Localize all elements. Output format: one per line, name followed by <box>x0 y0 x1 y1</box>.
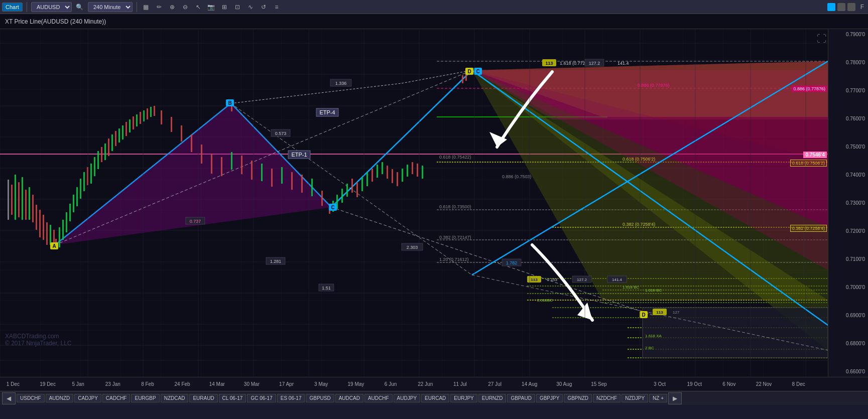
symbol-cl0617[interactable]: CL 06-17 <box>219 394 246 402</box>
zoom-in-icon[interactable]: ⊕ <box>167 2 177 12</box>
symbol-nzdcad[interactable]: NZDCAD <box>161 394 189 402</box>
symbol-cadjpy[interactable]: CADJPY <box>74 394 101 402</box>
symbol-audnzd[interactable]: AUDNZD <box>46 394 74 402</box>
svg-rect-127 <box>392 169 393 183</box>
svg-rect-62 <box>39 210 41 237</box>
svg-rect-71 <box>69 204 71 221</box>
chart-container[interactable]: A B C D C D ETP-4 ETP-1 1.336 0.573 0.73… <box>0 29 868 377</box>
symbol-nzdchf[interactable]: NZDCHF <box>593 394 621 402</box>
overlay-icon[interactable]: ⊞ <box>219 2 229 12</box>
svg-text:1.782: 1.782 <box>506 260 518 265</box>
maximize-btn[interactable] <box>837 3 845 11</box>
watermark: XABCDTrading.com © 2017 NinjaTrader, LLC <box>5 333 71 347</box>
refresh-icon[interactable]: ↺ <box>259 2 269 12</box>
time-5jan: 5 Jan <box>72 381 84 387</box>
scroll-left-btn[interactable]: ◀ <box>2 392 16 404</box>
symbol-cadchf[interactable]: CADCHF <box>102 394 131 402</box>
restore-btn[interactable] <box>847 3 855 11</box>
symbol-gbpaud[interactable]: GBPAUD <box>507 394 535 402</box>
time-8dec2: 8 Dec <box>792 381 805 387</box>
bar-chart-icon[interactable]: ▦ <box>141 2 151 12</box>
svg-rect-58 <box>25 190 27 220</box>
svg-rect-110 <box>291 172 293 190</box>
svg-rect-79 <box>97 151 99 169</box>
symbol-eurgbp[interactable]: EURGBP <box>131 394 159 402</box>
list-icon[interactable]: ≡ <box>272 2 282 12</box>
svg-rect-80 <box>101 147 102 162</box>
symbol-audchf[interactable]: AUDCHF <box>364 394 393 402</box>
fib-618-yellow-label: 0.618 (0.7506'2) <box>790 160 827 167</box>
svg-rect-56 <box>18 182 20 217</box>
symbol-audcad[interactable]: AUDCAD <box>335 394 363 402</box>
chart-tab[interactable]: Chart <box>2 3 23 12</box>
search-icon[interactable]: 🔍 <box>75 2 85 12</box>
svg-rect-65 <box>50 225 51 245</box>
symbol-eurcad[interactable]: EURCAD <box>421 394 449 402</box>
price-0780: 0.7800'0 <box>829 60 867 65</box>
svg-text:C: C <box>331 205 334 210</box>
symbol-audjpy[interactable]: AUDJPY <box>394 394 420 402</box>
time-15sep: 15 Sep <box>591 381 607 387</box>
svg-rect-129 <box>402 169 403 182</box>
symbol-icon[interactable]: ⊡ <box>232 2 242 12</box>
camera-icon[interactable]: 📷 <box>206 2 216 12</box>
svg-text:D: D <box>467 69 471 74</box>
wave-icon[interactable]: ∿ <box>245 2 256 12</box>
svg-rect-123 <box>371 169 373 182</box>
price-0760: 0.7600'0 <box>829 116 867 121</box>
fullscreen-icon[interactable]: ⛶ <box>817 33 827 45</box>
symbol-nzdjpy[interactable]: NZDJPY <box>622 394 648 402</box>
svg-text:A: A <box>52 243 56 249</box>
symbol-usdchf[interactable]: USDCHF <box>17 394 45 402</box>
svg-text:1.618 BC: 1.618 BC <box>623 285 640 290</box>
svg-rect-130 <box>407 165 408 177</box>
svg-rect-92 <box>143 110 145 121</box>
pencil-icon[interactable]: ✏ <box>154 2 164 12</box>
price-0710: 0.7100'0 <box>829 256 867 262</box>
symbol-eurjpy[interactable]: EURJPY <box>450 394 477 402</box>
svg-rect-78 <box>94 157 95 176</box>
symbol-gbpnzd[interactable]: GBPNZD <box>564 394 592 402</box>
symbol-euraud[interactable]: EURAUD <box>189 394 217 402</box>
scroll-right-btn[interactable]: ▶ <box>668 392 682 404</box>
svg-rect-63 <box>43 215 44 240</box>
symbol-gc0617[interactable]: GC 06-17 <box>247 394 276 402</box>
svg-text:0.618 (0.75422): 0.618 (0.75422) <box>439 155 471 160</box>
symbol-selector[interactable]: AUDUSD <box>31 2 72 12</box>
svg-rect-70 <box>66 212 67 232</box>
cursor-icon[interactable]: ↖ <box>193 2 203 12</box>
svg-text:0.737: 0.737 <box>190 219 201 224</box>
svg-rect-97 <box>161 110 162 124</box>
timeframe-selector[interactable]: 240 Minute <box>88 2 133 12</box>
symbol-nz-plus[interactable]: NZ + <box>649 394 667 402</box>
right-panel-label: F <box>858 4 866 11</box>
svg-rect-134 <box>462 75 463 83</box>
svg-text:0.382 (0.72147): 0.382 (0.72147) <box>439 235 471 240</box>
price-0770: 0.7700'0 <box>829 88 867 93</box>
svg-text:0.382 (0.7258'4): 0.382 (0.7258'4) <box>623 222 655 227</box>
svg-rect-57 <box>22 177 23 220</box>
svg-text:127.2: 127.2 <box>589 61 600 66</box>
time-14mar: 14 Mar <box>209 381 225 387</box>
fib-382-yellow-label: 0.382 (0.7258'4) <box>790 225 827 232</box>
time-30aug: 30 Aug <box>556 381 572 387</box>
svg-text:B: B <box>228 100 231 106</box>
symbol-gbpusd[interactable]: GBPUSD <box>306 394 334 402</box>
svg-rect-73 <box>76 187 78 206</box>
svg-rect-103 <box>221 157 222 176</box>
main-toolbar: Chart AUDUSD 🔍 240 Minute ▦ ✏ ⊕ ⊖ ↖ 📷 ⊞ … <box>0 0 868 14</box>
svg-rect-59 <box>29 187 30 220</box>
svg-rect-76 <box>87 167 88 185</box>
zoom-out-icon[interactable]: ⊖ <box>180 2 190 12</box>
price-axis: 0.7900'0 0.7800'0 0.7700'0 0.7600'0 0.75… <box>828 29 868 377</box>
chart-svg: A B C D C D ETP-4 ETP-1 1.336 0.573 0.73… <box>0 29 828 377</box>
svg-text:D: D <box>642 312 645 318</box>
svg-text:2.303: 2.303 <box>407 245 418 250</box>
time-axis: 1 Dec 19 Dec 5 Jan 23 Jan 8 Feb 24 Feb 1… <box>0 377 868 391</box>
symbol-gbpjpy[interactable]: GBPJPY <box>536 394 563 402</box>
symbol-es0617[interactable]: ES 06-17 <box>277 394 305 402</box>
minimize-btn[interactable] <box>827 3 835 11</box>
svg-rect-106 <box>251 161 253 180</box>
svg-rect-87 <box>126 122 127 136</box>
symbol-eurnzd[interactable]: EURNZD <box>478 394 507 402</box>
